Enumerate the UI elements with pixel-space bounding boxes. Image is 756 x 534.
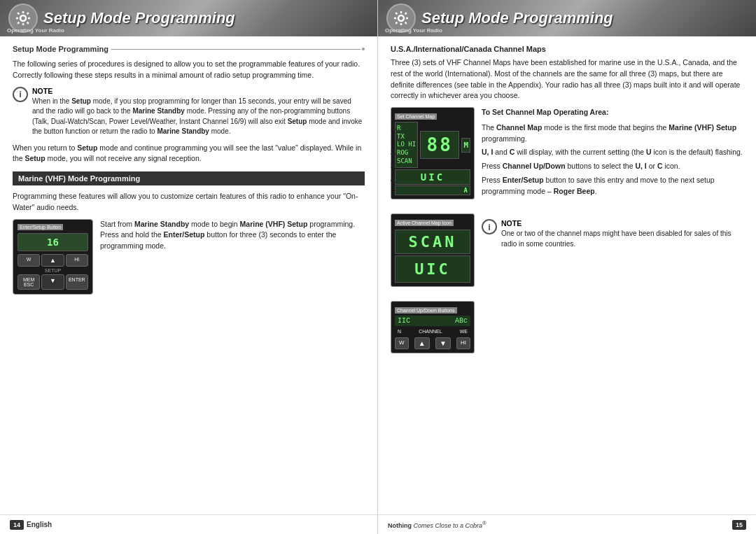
- right-header: Setup Mode Programming Operating Your Ra…: [378, 0, 756, 36]
- left-page-num-box: 14: [10, 520, 24, 530]
- note-icon: i: [13, 87, 28, 102]
- right-settings-icon: [393, 10, 410, 27]
- right-section1-body: Three (3) sets of VHF Channel Maps have …: [391, 57, 743, 101]
- right-page-num-box: 15: [732, 520, 746, 530]
- svg-point-1: [398, 15, 404, 21]
- left-header: Setup Mode Programming Operating Your Ra…: [0, 0, 377, 36]
- section2-highlight: Marine (VHF) Mode Programming: [13, 171, 365, 185]
- channel-set-label: Set Channel Map: [395, 113, 437, 120]
- right-note-content: NOTE One or two of the channel maps migh…: [501, 219, 743, 249]
- section1-title-line: Setup Mode Programming: [13, 45, 365, 53]
- radio-display: 16: [18, 233, 88, 251]
- right-header-subtitle: Operating Your Radio: [385, 27, 442, 34]
- footer-brand-text: Nothing Comes Close to a Cobra®: [388, 522, 486, 529]
- nav-btn-hi: HI: [456, 337, 470, 349]
- footer-lang: English: [27, 521, 52, 528]
- radio-center-label: SETUP: [18, 268, 88, 273]
- note-label: NOTE: [32, 87, 365, 95]
- radio-btn-enter: ENTER: [66, 274, 88, 290]
- right-section-channel-btns: Channel Up/Down Buttons IIC ABc N CHANNE…: [391, 301, 743, 359]
- left-footer-pagenum: 14 English: [10, 520, 52, 530]
- step-2: U, I and C will display, with the curren…: [391, 147, 743, 158]
- section2-body: Programming these features will allow yo…: [13, 191, 365, 213]
- page-right: Setup Mode Programming Operating Your Ra…: [378, 0, 756, 534]
- note-box: i NOTE When in the Setup mode, if you st…: [13, 87, 365, 137]
- section2-image-text: Start from Marine Standby mode to begin …: [100, 219, 365, 252]
- nav-btn-w: W: [395, 337, 409, 349]
- active-scan-display: SCAN: [395, 230, 470, 254]
- right-section-channel: Set Channel Map R TX LO HI ROG SCAN 88 M…: [391, 107, 743, 205]
- svg-point-0: [20, 15, 26, 21]
- left-content: Setup Mode Programming The following ser…: [0, 36, 377, 514]
- page-left: Setup Mode Programming Operating Your Ra…: [0, 0, 378, 534]
- channel-text-disp: IIC ABc: [395, 316, 470, 326]
- section1-title: Setup Mode Programming: [13, 45, 108, 53]
- active-uic-display: UIC: [395, 255, 470, 283]
- right-note-text: One or two of the channel maps might hav…: [501, 229, 743, 249]
- right-footer-brand: Nothing Comes Close to a Cobra®: [388, 520, 486, 529]
- right-content: U.S.A./International/Canada Channel Maps…: [378, 36, 756, 514]
- section1-body2: When you return to Setup mode and contin…: [13, 143, 365, 165]
- step-3: Press Channel Up/Down buttons to select …: [391, 161, 743, 172]
- note-text: When in the Setup mode, if you stop prog…: [32, 97, 365, 137]
- right-footer: Nothing Comes Close to a Cobra® 15: [378, 514, 756, 534]
- right-note-icon: i: [482, 219, 497, 234]
- channel-img-2: Active Channel Map Icon SCAN UIC: [391, 213, 475, 287]
- radio-btn-hi: HI: [66, 254, 88, 267]
- channel-img-3: Channel Up/Down Buttons IIC ABc N CHANNE…: [391, 301, 475, 353]
- right-note-box: i NOTE One or two of the channel maps mi…: [482, 219, 743, 249]
- step-1: The Channel Map mode is the first mode t…: [391, 122, 743, 145]
- radio-btn-w: W: [18, 254, 40, 267]
- section1-body1: The following series of procedures is de…: [13, 59, 365, 81]
- right-section1-title: U.S.A./International/Canada Channel Maps: [391, 45, 743, 53]
- note-content: NOTE When in the Setup mode, if you stop…: [32, 87, 365, 137]
- channel-bottom-row: N CHANNEL WE: [395, 328, 470, 335]
- step-4: Press Enter/Setup button to save this en…: [391, 175, 743, 197]
- radio-btn-down: ▼: [41, 274, 64, 290]
- active-label-tag: Active Channel Map Icon: [395, 220, 454, 226]
- nav-btn-down: ▼: [435, 337, 451, 349]
- left-header-title: Setup Mode Programming: [43, 9, 235, 27]
- radio-btn-up: ▲: [41, 254, 64, 267]
- radio-label-tag: Enter/Setup Button: [18, 224, 63, 230]
- radio-buttons-2: MEMESC ▼ ENTER: [18, 274, 88, 290]
- section1-line: [111, 49, 360, 50]
- pages-container: Setup Mode Programming Operating Your Ra…: [0, 0, 756, 534]
- radio-btn-mem: MEMESC: [18, 274, 40, 290]
- channel-nav: W ▲ ▼ HI: [395, 337, 470, 349]
- left-footer: 14 English: [0, 514, 377, 534]
- channel-btn-label: Channel Up/Down Buttons: [395, 307, 457, 314]
- left-header-subtitle: Operating Your Radio: [7, 27, 64, 34]
- right-header-title: Setup Mode Programming: [421, 9, 613, 27]
- settings-icon: [15, 10, 31, 27]
- right-section-active: Active Channel Map Icon SCAN UIC i NOTE …: [391, 213, 743, 293]
- right-note-label: NOTE: [501, 219, 743, 227]
- section2-content: Enter/Setup Button 16 W ▲ HI SETUP MEMES…: [13, 219, 365, 295]
- radio-buttons: W ▲ HI: [18, 254, 88, 267]
- section1-dot: [362, 48, 365, 50]
- nav-btn-up: ▲: [414, 337, 430, 349]
- right-footer-pagenum: 15: [732, 520, 746, 530]
- radio-image: Enter/Setup Button 16 W ▲ HI SETUP MEMES…: [13, 219, 93, 295]
